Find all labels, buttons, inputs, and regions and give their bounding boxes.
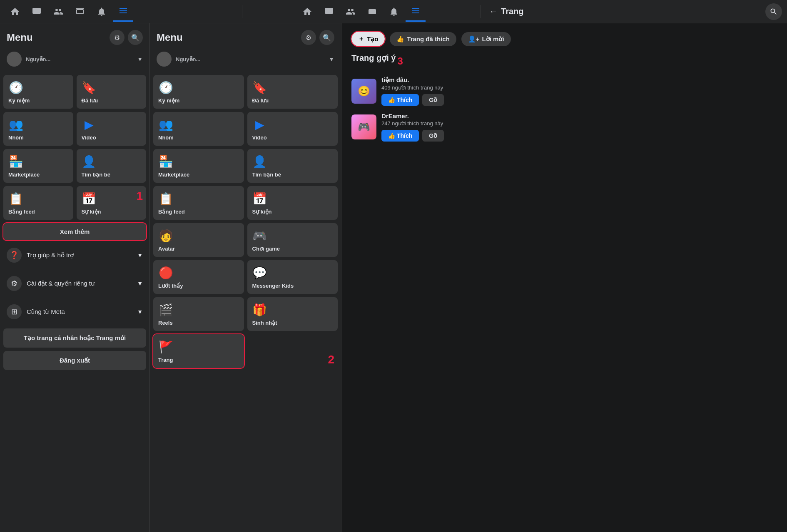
middle-marketplace-label: Marketplace (158, 172, 239, 178)
middle-messenger-kids-icon: 💬 (252, 265, 267, 280)
dreamer-actions: 👍 Thích Gỡ (381, 130, 777, 142)
da-luu-icon: 🔖 (82, 80, 97, 95)
middle-ky-niem[interactable]: 🕐 Ký niệm (153, 75, 244, 109)
marketplace-icon: 🏪 (8, 154, 23, 169)
nav-watch-icon[interactable] (27, 2, 47, 22)
cai-dat-chevron: ▼ (137, 280, 143, 287)
nav-marketplace-icon-2[interactable] (362, 2, 382, 22)
middle-nhom-label: Nhóm (158, 134, 239, 141)
dreamer-remove-button[interactable]: Gỡ (422, 130, 444, 142)
middle-tim-ban-be-icon: 👤 (252, 154, 267, 169)
nav-notifications-icon[interactable] (92, 2, 112, 22)
nav-menu-icon-2[interactable] (406, 2, 426, 22)
trang-da-thich-label: Trang đã thích (407, 35, 450, 42)
middle-video[interactable]: ▶ Video (247, 112, 338, 146)
middle-reels[interactable]: 🎬 Reels (153, 297, 244, 331)
middle-choi-game[interactable]: 🎮 Chơi game (247, 223, 338, 257)
middle-marketplace[interactable]: 🏪 Marketplace (153, 149, 244, 183)
left-settings-button[interactable]: ⚙ (110, 30, 125, 45)
da-luu-label: Đã lưu (82, 97, 142, 104)
left-menu-su-kien[interactable]: 📅 Sự kiện 1 (77, 186, 147, 220)
thumbs-up-icon: 👍 (396, 35, 404, 43)
nav-divider-1 (242, 5, 242, 18)
trang-da-thich-button[interactable]: 👍 Trang đã thích (390, 32, 456, 46)
tim-ban-be-icon: 👤 (82, 154, 97, 169)
dreamer-info: DrEamer. 247 người thích trang này 👍 Thí… (381, 112, 777, 142)
marketplace-label: Marketplace (8, 172, 68, 178)
middle-avatar[interactable]: 🧑 Avatar (153, 223, 244, 257)
tao-trang-button[interactable]: Tạo trang cá nhân hoặc Trang mới (3, 328, 146, 348)
middle-luot-thay[interactable]: 🔴 Lướt thấy (153, 260, 244, 294)
global-search-button[interactable] (765, 3, 782, 20)
xem-them-button[interactable]: Xem thêm (3, 223, 146, 240)
middle-search-button[interactable]: 🔍 (319, 30, 334, 45)
ky-niem-icon: 🕐 (8, 80, 23, 95)
middle-bang-feed-label: Bảng feed (158, 209, 239, 215)
left-profile-row[interactable]: Nguyễn... ▼ (3, 48, 146, 70)
middle-su-kien[interactable]: 📅 Sự kiện (247, 186, 338, 220)
nav-friends-icon-2[interactable] (341, 2, 361, 22)
middle-menu-panel: Menu ⚙ 🔍 Nguyễn... ▼ 🕐 Ký niệm 🔖 Đã lưu (150, 23, 341, 532)
left-menu-ky-niem[interactable]: 🕐 Ký niệm (3, 75, 73, 109)
nav-home-icon-2[interactable] (297, 2, 317, 22)
middle-avatar-icon: 🧑 (158, 228, 173, 243)
middle-tim-ban-be-label: Tìm bạn bè (252, 172, 333, 178)
middle-da-luu[interactable]: 🔖 Đã lưu (247, 75, 338, 109)
middle-sinh-nhat-icon: 🎁 (252, 302, 267, 317)
create-button[interactable]: ＋ Tạo (351, 32, 385, 46)
left-menu-marketplace[interactable]: 🏪 Marketplace (3, 149, 73, 183)
middle-settings-button[interactable]: ⚙ (301, 30, 316, 45)
left-menu-bang-feed[interactable]: 📋 Bảng feed (3, 186, 73, 220)
left-menu-tim-ban-be[interactable]: 👤 Tìm bạn bè (77, 149, 147, 183)
nav-marketplace-nav-icon[interactable] (70, 2, 90, 22)
middle-trang[interactable]: 🚩 Trang (153, 334, 244, 368)
tiem-dau-remove-button[interactable]: Gỡ (422, 94, 444, 106)
person-add-icon: 👤+ (468, 35, 480, 43)
dreamer-remove-label: Gỡ (429, 132, 437, 139)
middle-profile-row[interactable]: Nguyễn... ▼ (153, 48, 338, 70)
middle-menu-grid: 🕐 Ký niệm 🔖 Đã lưu 👥 Nhóm ▶ Video 🏪 Mark… (153, 73, 338, 370)
dang-xuat-button[interactable]: Đăng xuất (3, 351, 146, 370)
tiem-dau-followers: 409 người thích trang này (381, 85, 777, 91)
cung-tu-meta-item[interactable]: ⊞ Cũng từ Meta ▼ (3, 298, 146, 325)
middle-da-luu-icon: 🔖 (252, 80, 267, 95)
cai-dat-item[interactable]: ⚙ Cài đặt & quyền riêng tư ▼ (3, 270, 146, 297)
dreamer-like-button[interactable]: 👍 Thích (381, 130, 419, 142)
middle-messenger-kids[interactable]: 💬 Messenger Kids (247, 260, 338, 294)
left-menu-video[interactable]: ▶ Video (77, 112, 147, 146)
nav-menu-icon-left[interactable] (113, 2, 133, 22)
middle-tim-ban-be[interactable]: 👤 Tìm bạn bè (247, 149, 338, 183)
loi-moi-label: Lời mời (482, 35, 504, 43)
tro-giup-label: Trợ giúp & hỗ trợ (27, 251, 74, 259)
left-menu-nhom[interactable]: 👥 Nhóm (3, 112, 73, 146)
nav-watch-icon-2[interactable] (319, 2, 339, 22)
nav-left (5, 2, 240, 22)
tro-giup-item[interactable]: ❓ Trợ giúp & hỗ trợ ▼ (3, 242, 146, 268)
middle-video-icon: ▶ (252, 117, 267, 132)
like-thumb-icon: 👍 (388, 97, 395, 103)
nav-friends-icon[interactable] (48, 2, 68, 22)
tiem-dau-avatar: 😊 (351, 79, 376, 104)
left-menu-da-luu[interactable]: 🔖 Đã lưu (77, 75, 147, 109)
tiem-dau-like-button[interactable]: 👍 Thích (381, 94, 419, 106)
nav-notifications-icon-2[interactable] (384, 2, 404, 22)
middle-bang-feed-icon: 📋 (158, 191, 173, 206)
middle-marketplace-icon: 🏪 (158, 154, 173, 169)
right-panel: ＋ Tạo 👍 Trang đã thích 👤+ Lời mời Trang … (341, 23, 787, 532)
middle-profile-name: Nguyễn... (176, 56, 200, 62)
tro-giup-left: ❓ Trợ giúp & hỗ trợ (7, 248, 74, 263)
left-search-button[interactable]: 🔍 (128, 30, 143, 45)
middle-bang-feed[interactable]: 📋 Bảng feed (153, 186, 244, 220)
nhom-icon: 👥 (8, 117, 23, 132)
middle-panel-header: Menu ⚙ 🔍 (153, 23, 338, 48)
step1-badge: 1 (136, 189, 143, 203)
nav-home-icon[interactable] (5, 2, 25, 22)
cung-tu-meta-icon: ⊞ (7, 304, 22, 319)
middle-sinh-nhat[interactable]: 🎁 Sinh nhật (247, 297, 338, 331)
middle-nhom[interactable]: 👥 Nhóm (153, 112, 244, 146)
back-arrow-icon[interactable]: ← (489, 7, 498, 16)
loi-moi-button[interactable]: 👤+ Lời mời (461, 32, 511, 46)
left-profile-name: Nguyễn... (26, 56, 50, 62)
top-navigation: ← Trang (0, 0, 787, 23)
middle-sinh-nhat-label: Sinh nhật (252, 320, 333, 326)
